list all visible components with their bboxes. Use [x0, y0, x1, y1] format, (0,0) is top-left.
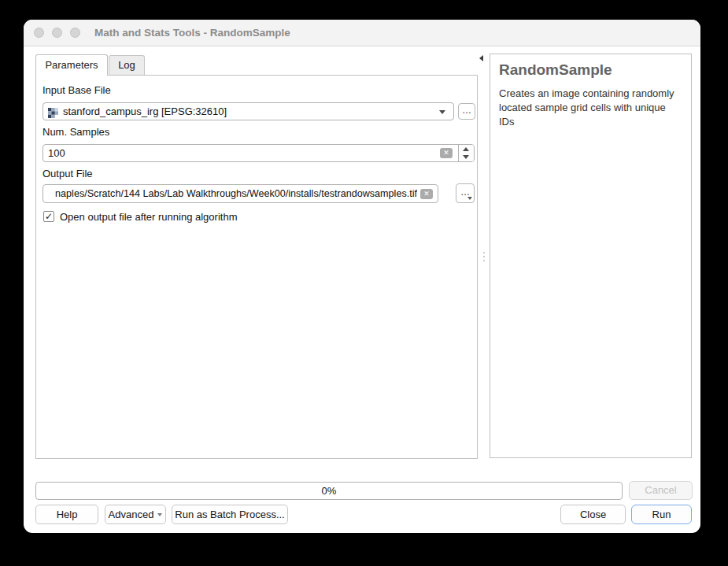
input-base-file-browse-button[interactable]: … — [458, 103, 475, 120]
num-samples-label: Num. Samples — [42, 126, 109, 138]
input-base-file-combobox[interactable]: stanford_campus_irg [EPSG:32610] — [42, 102, 454, 120]
clear-value-icon[interactable]: ✕ — [420, 189, 433, 199]
chevron-down-icon — [439, 110, 445, 114]
output-file-browse-button[interactable]: … — [456, 183, 475, 203]
output-file-input[interactable]: naples/Scratch/144 Labs/Lab Walkthroughs… — [42, 184, 438, 203]
splitter-collapse-icon[interactable] — [479, 55, 483, 61]
help-button[interactable]: Help — [35, 505, 98, 524]
raster-layer-icon — [48, 107, 58, 121]
clear-value-icon[interactable]: ✕ — [440, 148, 453, 158]
run-button[interactable]: Run — [631, 505, 692, 524]
checkbox-checked-icon[interactable]: ✓ — [43, 211, 54, 222]
num-samples-spinbox[interactable]: 100 ✕ — [42, 144, 475, 162]
window-title: Math and Stats Tools - RandomSample — [94, 20, 290, 46]
help-panel: RandomSample Creates an image containing… — [490, 54, 692, 458]
open-output-checkbox-label: Open output file after running algorithm — [60, 211, 237, 223]
spinner-up-icon[interactable] — [463, 147, 469, 151]
title-bar[interactable]: Math and Stats Tools - RandomSample — [24, 20, 700, 46]
ellipsis-icon: … — [460, 187, 470, 198]
tab-log[interactable]: Log — [109, 55, 145, 75]
minimize-window-icon[interactable] — [52, 28, 62, 38]
cancel-button[interactable]: Cancel — [629, 481, 693, 500]
output-file-label: Output File — [42, 168, 93, 179]
zoom-window-icon[interactable] — [70, 28, 80, 38]
run-as-batch-button[interactable]: Run as Batch Process... — [172, 505, 288, 524]
spinner-segment — [458, 145, 474, 161]
menu-corner-arrow-icon — [467, 197, 472, 200]
splitter-handle[interactable] — [483, 252, 485, 261]
dialog-window: Math and Stats Tools - RandomSample Para… — [24, 20, 700, 533]
algorithm-title: RandomSample — [499, 61, 612, 79]
advanced-button[interactable]: Advanced — [105, 505, 166, 524]
input-base-file-value: stanford_campus_irg [EPSG:32610] — [63, 103, 433, 120]
tab-parameters[interactable]: Parameters — [35, 54, 108, 76]
parameters-panel: Input Base File stanford_campus_irg [EPS… — [35, 75, 478, 459]
algorithm-description: Creates an image containing randomly loc… — [499, 87, 683, 129]
close-window-icon[interactable] — [34, 28, 44, 38]
output-file-value: naples/Scratch/144 Labs/Lab Walkthroughs… — [46, 185, 417, 202]
input-base-file-label: Input Base File — [42, 84, 111, 96]
advanced-button-label: Advanced — [109, 509, 154, 520]
spinner-down-icon[interactable] — [463, 155, 469, 159]
progress-bar: 0% — [35, 482, 623, 500]
close-button[interactable]: Close — [560, 505, 626, 524]
chevron-down-icon — [157, 513, 162, 516]
num-samples-value: 100 — [48, 145, 65, 161]
